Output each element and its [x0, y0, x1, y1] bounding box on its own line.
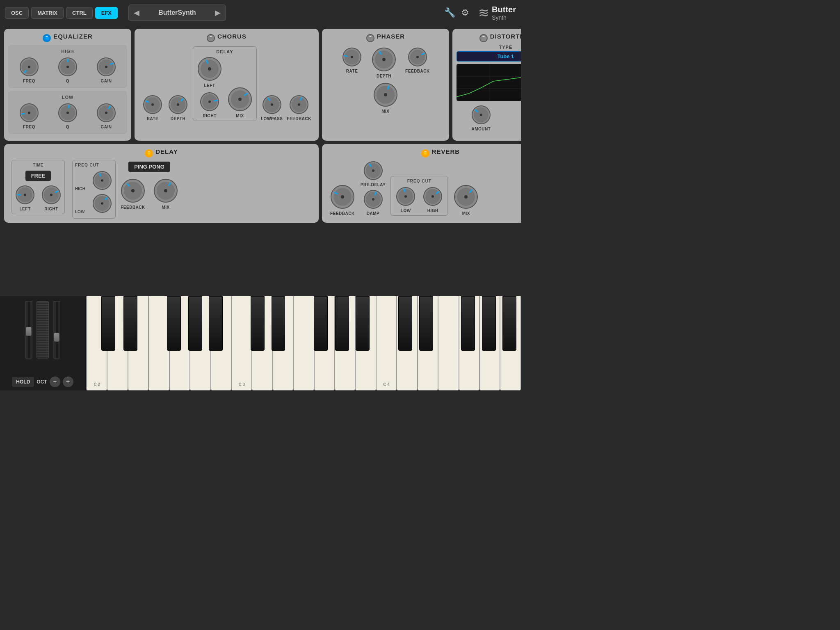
key-gs4[interactable] [482, 296, 496, 351]
delay-freqcut-label: FREQ CUT [75, 163, 113, 167]
equalizer-power-btn[interactable] [43, 34, 51, 42]
chorus-delay-left-knob[interactable]: LEFT [196, 56, 223, 88]
key-as4[interactable] [502, 296, 516, 351]
key-cs3[interactable] [251, 296, 265, 351]
reverb-title: REVERB [432, 148, 460, 155]
key-f3[interactable] [293, 296, 314, 390]
key-c3[interactable]: C 3 [231, 296, 252, 390]
phaser-feedback-knob[interactable]: FEEDBACK [405, 46, 430, 78]
key-cs4[interactable] [398, 296, 412, 351]
tab-efx[interactable]: EFX [95, 7, 118, 19]
preset-next-button[interactable]: ▶ [213, 8, 222, 17]
chorus-feedback-knob[interactable]: FEEDBACK [287, 94, 311, 121]
key-as2[interactable] [209, 296, 223, 351]
eq-low-freq-knob[interactable]: FREQ [18, 102, 40, 129]
chorus-panel: CHORUS RATE DEPTH DELAY LEFT [135, 29, 319, 141]
tab-osc[interactable]: OSC [5, 7, 29, 19]
hold-btn[interactable]: HOLD [12, 377, 34, 387]
wrench-button[interactable]: 🔧 [444, 7, 455, 18]
oct-minus-btn[interactable]: − [50, 377, 60, 387]
tab-matrix[interactable]: MATRIX [31, 7, 64, 19]
ping-pong-btn[interactable]: PING PONG [128, 162, 170, 172]
key-as3[interactable] [356, 296, 370, 351]
delay-left-knob[interactable]: LEFT [14, 184, 36, 211]
svg-point-23 [177, 103, 179, 106]
eq-low-knobs: FREQ Q GAIN [10, 102, 126, 129]
preset-prev-button[interactable]: ◀ [132, 8, 141, 17]
delay-right-knob[interactable]: RIGHT [41, 184, 62, 211]
phaser-mix-knob[interactable]: MIX [372, 82, 399, 114]
mod-slider[interactable] [53, 301, 60, 358]
pitch-slider[interactable] [25, 301, 32, 358]
chorus-title: CHORUS [217, 33, 247, 40]
key-cs2[interactable] [101, 296, 115, 351]
distortion-type-value[interactable]: Tube 1 [457, 51, 521, 62]
phaser-rate-knob[interactable]: RATE [341, 46, 363, 78]
oct-label: OCT [37, 379, 47, 385]
svg-point-26 [208, 67, 211, 71]
distortion-power-btn[interactable] [479, 34, 488, 42]
equalizer-header: EQUALIZER [8, 33, 127, 43]
distortion-mix-knob[interactable]: MIX [520, 104, 521, 131]
chorus-power-btn[interactable] [207, 34, 215, 42]
reverb-high-knob[interactable]: HIGH [422, 186, 443, 213]
delay-header: DELAY [8, 148, 315, 158]
delay-power-btn[interactable] [145, 149, 153, 158]
chorus-rate-knob[interactable]: RATE [142, 94, 163, 121]
preset-name: ButterSynth [144, 9, 210, 16]
svg-point-50 [384, 93, 387, 96]
reverb-center-knobs: PRE-DELAY DAMP [361, 160, 386, 216]
key-gs3[interactable] [335, 296, 349, 351]
svg-point-41 [351, 56, 353, 58]
chorus-depth-knob[interactable]: DEPTH [167, 94, 189, 121]
key-c4[interactable]: C 4 [376, 296, 397, 390]
key-fs2[interactable] [167, 296, 181, 351]
distortion-graph [457, 64, 521, 101]
phaser-depth-knob[interactable]: DEPTH [371, 46, 397, 78]
oct-plus-btn[interactable]: + [63, 377, 73, 387]
reverb-damp-knob[interactable]: DAMP [363, 189, 384, 216]
key-fs3[interactable] [314, 296, 328, 351]
phaser-power-btn[interactable] [366, 34, 374, 42]
svg-point-47 [416, 56, 419, 58]
key-ds3[interactable] [272, 296, 285, 351]
reverb-low-knob[interactable]: LOW [395, 186, 416, 213]
svg-point-5 [66, 66, 69, 68]
key-gs2[interactable] [188, 296, 202, 351]
key-f4[interactable] [438, 296, 459, 390]
distortion-amount-knob[interactable]: AMOUNT [470, 104, 492, 131]
tab-ctrl[interactable]: CTRL [66, 7, 93, 19]
eq-low-q-knob[interactable]: Q [57, 102, 78, 129]
svg-point-14 [66, 112, 69, 114]
chorus-lowpass-knob[interactable]: LOWPASS [261, 94, 283, 121]
delay-mix-knob[interactable]: MIX [153, 178, 179, 210]
distortion-knobs: AMOUNT MIX [457, 104, 521, 131]
key-f2[interactable] [148, 296, 169, 390]
settings-button[interactable]: ⚙ [461, 7, 469, 18]
chorus-delay-right-knob[interactable]: RIGHT [199, 91, 220, 118]
keyboard-area: HOLD OCT − + C 2 C 3 C 4 [0, 296, 521, 390]
key-ds4[interactable] [419, 296, 433, 351]
eq-low-gain-knob[interactable]: GAIN [96, 102, 117, 129]
eq-high-q-knob[interactable]: Q [57, 56, 78, 83]
delay-low-row: LOW [75, 193, 113, 214]
svg-point-72 [101, 202, 103, 205]
key-ds2[interactable] [123, 296, 137, 351]
eq-high-gain-knob[interactable]: GAIN [96, 56, 117, 83]
key-fs4[interactable] [461, 296, 475, 351]
reverb-feedback-knob[interactable]: FEEDBACK [329, 184, 356, 216]
eq-high-freq-knob[interactable]: FREQ [18, 56, 40, 83]
delay-title: DELAY [155, 148, 178, 155]
delay-free-btn[interactable]: FREE [25, 171, 51, 181]
reverb-mix-knob[interactable]: MIX [453, 184, 479, 216]
delay-feedback-knob[interactable]: FEEDBACK [120, 178, 146, 210]
svg-point-20 [151, 103, 154, 106]
reverb-predelay-knob[interactable]: PRE-DELAY [361, 160, 386, 187]
chorus-mix-knob[interactable]: MIX [227, 86, 253, 118]
delay-high-label: HIGH [75, 187, 87, 191]
delay-high-knob[interactable] [91, 170, 113, 191]
svg-point-17 [105, 112, 107, 114]
svg-point-78 [164, 189, 167, 192]
delay-low-knob[interactable] [91, 193, 113, 214]
reverb-power-btn[interactable] [421, 149, 429, 158]
